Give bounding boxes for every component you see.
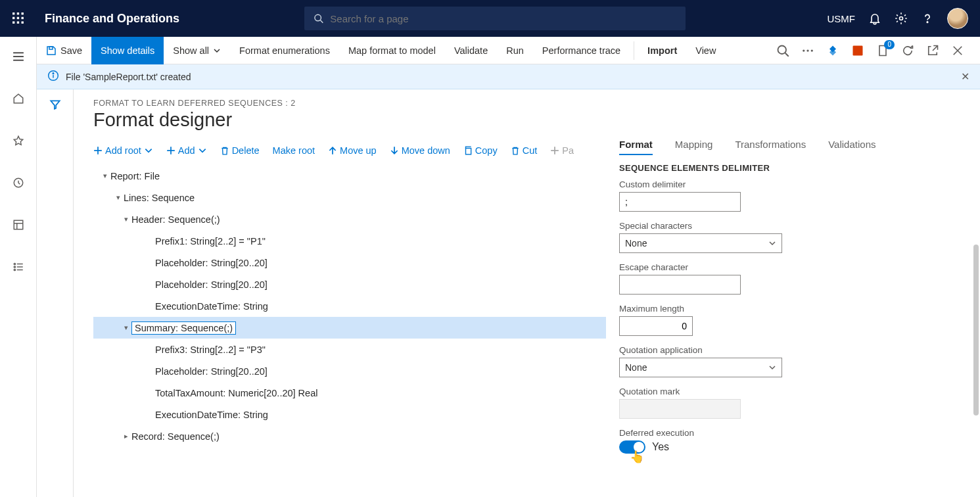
- format-enumerations-button[interactable]: Format enumerations: [230, 37, 339, 64]
- field-label: Escape character: [619, 262, 895, 272]
- custom-delimiter-input[interactable]: [619, 192, 741, 212]
- special-characters-select[interactable]: None: [619, 233, 782, 253]
- nav-favorites[interactable]: [5, 128, 32, 154]
- tree-node[interactable]: ▸Record: Sequence(;): [93, 425, 606, 447]
- refresh-button[interactable]: [901, 44, 914, 57]
- tree-node[interactable]: TotalTaxAmount: Numeric[20..20] Real: [93, 382, 606, 404]
- tree-node[interactable]: Placeholder: String[20..20]: [93, 273, 606, 295]
- trash-icon: [511, 146, 520, 155]
- nav-recent[interactable]: [5, 170, 32, 196]
- field-label: Custom delimiter: [619, 179, 895, 189]
- global-search[interactable]: [304, 7, 686, 30]
- close-icon: [951, 44, 964, 57]
- add-button[interactable]: Add: [166, 145, 207, 156]
- help-button[interactable]: [921, 12, 934, 25]
- attachments-button[interactable]: [826, 44, 839, 57]
- chevron-down-icon: [768, 364, 776, 371]
- field-label: Quotation application: [619, 345, 895, 355]
- svg-point-12: [927, 22, 928, 23]
- tree-node[interactable]: Placeholder: String[20..20]: [93, 360, 606, 382]
- app-launcher-button[interactable]: [0, 12, 37, 24]
- move-down-button[interactable]: Move down: [390, 145, 450, 156]
- deferred-execution-toggle[interactable]: [619, 440, 645, 454]
- home-icon: [12, 93, 24, 105]
- delete-button[interactable]: Delete: [220, 145, 260, 156]
- save-icon: [46, 45, 57, 56]
- run-button[interactable]: Run: [497, 37, 533, 64]
- search-input[interactable]: [330, 13, 676, 24]
- gear-icon: [895, 12, 908, 25]
- field-label: Quotation mark: [619, 387, 895, 396]
- tab-transformations[interactable]: Transformations: [735, 139, 806, 155]
- quotation-application-select[interactable]: None: [619, 358, 782, 377]
- nav-hamburger[interactable]: [5, 43, 32, 70]
- import-button[interactable]: Import: [638, 37, 686, 64]
- messages-button[interactable]: 0: [876, 44, 889, 57]
- company-selector[interactable]: USMF: [828, 13, 856, 24]
- performance-trace-button[interactable]: Performance trace: [533, 37, 630, 64]
- add-root-button[interactable]: Add root: [93, 145, 153, 156]
- app-title: Finance and Operations: [45, 12, 179, 26]
- validate-button[interactable]: Validate: [445, 37, 497, 64]
- vertical-scrollbar[interactable]: [973, 245, 979, 415]
- workspace-icon: [12, 219, 24, 231]
- show-details-button[interactable]: Show details: [91, 37, 164, 64]
- page-title: Format designer: [93, 109, 980, 131]
- tab-validations[interactable]: Validations: [828, 139, 875, 155]
- message-text: File 'SampleReport.txt' created: [66, 72, 191, 82]
- tree-node[interactable]: ExecutionDateTime: String: [93, 295, 606, 317]
- filter-pane[interactable]: [37, 89, 74, 497]
- svg-point-29: [803, 49, 805, 51]
- cut-button[interactable]: Cut: [511, 145, 538, 156]
- tree-node[interactable]: ▾Lines: Sequence: [93, 187, 606, 208]
- tree-node[interactable]: Prefix1: String[2..2] = "P1": [93, 230, 606, 252]
- list-icon: [12, 261, 24, 273]
- svg-rect-2: [22, 12, 24, 14]
- show-all-button[interactable]: Show all: [164, 37, 230, 64]
- view-button[interactable]: View: [686, 37, 725, 64]
- move-up-button[interactable]: Move up: [328, 145, 377, 156]
- nav-home[interactable]: [5, 85, 32, 112]
- tab-mapping[interactable]: Mapping: [675, 139, 713, 155]
- star-icon: [12, 135, 24, 147]
- escape-character-input[interactable]: [619, 275, 741, 295]
- tree-node-selected[interactable]: ▾Summary: Sequence(;): [93, 317, 606, 339]
- svg-point-22: [14, 266, 15, 268]
- section-header: SEQUENCE ELEMENTS DELIMITER: [619, 163, 895, 173]
- copy-button[interactable]: Copy: [463, 145, 498, 156]
- svg-point-20: [14, 263, 15, 264]
- popout-button[interactable]: [926, 44, 939, 57]
- tree-node[interactable]: Prefix3: String[2..2] = "P3": [93, 339, 606, 360]
- tree-node[interactable]: ▾Report: File: [93, 165, 606, 187]
- office-button[interactable]: [851, 44, 864, 57]
- bell-icon: [868, 12, 881, 25]
- arrow-down-icon: [390, 146, 399, 155]
- field-label: Deferred execution: [619, 428, 895, 438]
- tree-node[interactable]: Placeholder: String[20..20]: [93, 252, 606, 273]
- nav-workspaces[interactable]: [5, 212, 32, 238]
- copy-icon: [463, 146, 473, 155]
- properties-pane: Format Mapping Transformations Validatio…: [613, 165, 895, 463]
- nav-modules[interactable]: [5, 254, 32, 280]
- make-root-button[interactable]: Make root: [273, 145, 315, 156]
- svg-point-11: [900, 17, 903, 20]
- tree-node[interactable]: ExecutionDateTime: String: [93, 404, 606, 425]
- maximum-length-input[interactable]: [619, 316, 693, 336]
- map-format-button[interactable]: Map format to model: [339, 37, 445, 64]
- more-options-button[interactable]: [801, 44, 814, 57]
- settings-button[interactable]: [895, 12, 908, 25]
- waffle-icon: [12, 12, 24, 24]
- trash-icon: [220, 146, 229, 155]
- tree-node[interactable]: ▾Header: Sequence(;): [93, 208, 606, 230]
- tab-format[interactable]: Format: [619, 139, 653, 155]
- save-button[interactable]: Save: [37, 37, 91, 64]
- user-avatar[interactable]: [947, 8, 968, 29]
- notifications-button[interactable]: [868, 12, 881, 25]
- actionpane-search-button[interactable]: [776, 44, 789, 57]
- close-button[interactable]: [951, 44, 964, 57]
- svg-rect-3: [12, 17, 14, 19]
- message-close-button[interactable]: ✕: [961, 70, 969, 83]
- search-icon: [314, 13, 323, 24]
- clock-icon: [12, 177, 24, 189]
- refresh-icon: [901, 44, 914, 57]
